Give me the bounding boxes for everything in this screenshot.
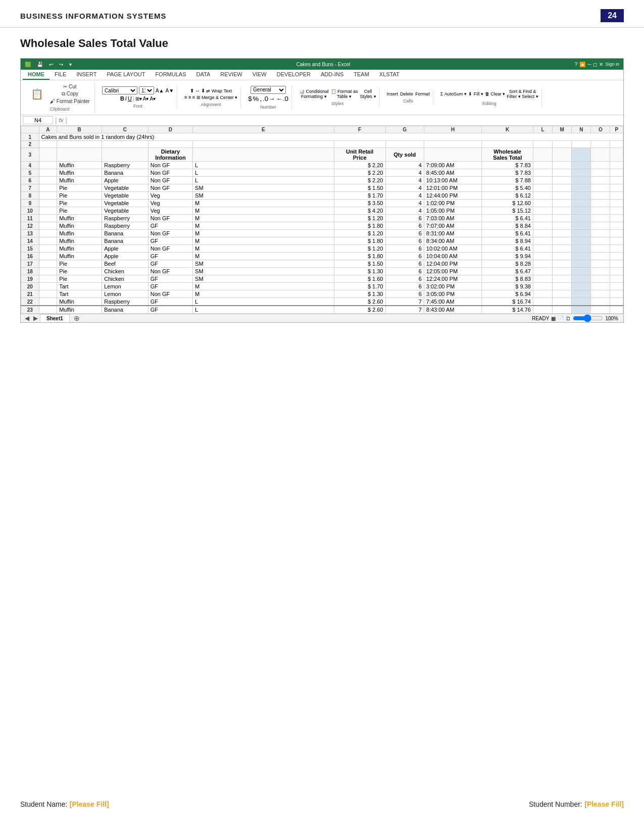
add-sheet-button[interactable]: ⊕ bbox=[71, 314, 83, 322]
col-header-p[interactable]: P bbox=[610, 126, 623, 133]
align-bottom-button[interactable]: ⬇ bbox=[201, 88, 205, 93]
col-header-k[interactable]: K bbox=[482, 126, 533, 133]
row-num-1[interactable]: 1 bbox=[21, 133, 39, 141]
cell-3d[interactable]: DietaryInformation bbox=[148, 148, 192, 162]
tab-home[interactable]: HOME bbox=[23, 70, 49, 80]
underline-button[interactable]: U bbox=[128, 95, 132, 102]
font-grow-button[interactable]: A▲ bbox=[156, 88, 164, 93]
cell-3a[interactable] bbox=[39, 148, 57, 162]
quick-access-undo[interactable]: ↩ bbox=[49, 62, 53, 67]
format-painter-button[interactable]: 🖌 Format Painter bbox=[48, 98, 91, 105]
cell-3l[interactable] bbox=[533, 148, 552, 162]
cell-2f[interactable] bbox=[334, 141, 385, 148]
border-button[interactable]: ⊞▾ bbox=[135, 96, 142, 102]
cell-3m[interactable] bbox=[553, 148, 572, 162]
font-shrink-button[interactable]: A▼ bbox=[166, 88, 174, 93]
sort-filter-button[interactable]: Sort & Find &Filter ▾ Select ▾ bbox=[507, 89, 538, 99]
row-num-2[interactable]: 2 bbox=[21, 141, 39, 148]
fill-color-button[interactable]: A▾ bbox=[143, 96, 149, 102]
cell-2n[interactable] bbox=[572, 141, 591, 148]
cell-2d[interactable] bbox=[148, 141, 192, 148]
number-format-select[interactable]: General bbox=[251, 86, 286, 94]
cell-2l[interactable] bbox=[533, 141, 552, 148]
col-header-m[interactable]: M bbox=[553, 126, 572, 133]
sheet-nav-left[interactable]: ◀ bbox=[23, 315, 31, 322]
cell-styles-button[interactable]: CellStyles ▾ bbox=[360, 89, 376, 99]
tab-developer[interactable]: DEVELOPER bbox=[272, 70, 316, 80]
tab-formulas[interactable]: FORMULAS bbox=[150, 70, 191, 80]
tab-team[interactable]: TEAM bbox=[349, 70, 374, 80]
cell-3f[interactable]: Unit RetailPrice bbox=[334, 148, 385, 162]
window-restore[interactable]: ◻ bbox=[593, 62, 597, 67]
comma-button[interactable]: , bbox=[260, 95, 262, 103]
decimal-decrease-button[interactable]: ←.0 bbox=[276, 95, 288, 103]
copy-button[interactable]: ⧉ Copy bbox=[48, 90, 91, 97]
align-top-button[interactable]: ⬆ bbox=[190, 88, 194, 93]
cell-2k[interactable] bbox=[482, 141, 533, 148]
insert-cells-button[interactable]: Insert bbox=[387, 91, 399, 96]
tab-data[interactable]: DATA bbox=[191, 70, 216, 80]
col-header-l[interactable]: L bbox=[533, 126, 552, 133]
tab-review[interactable]: REVIEW bbox=[215, 70, 247, 80]
student-name-value[interactable]: [Please Fill] bbox=[70, 800, 109, 808]
cell-3k[interactable]: WholesaleSales Total bbox=[482, 148, 533, 162]
quick-access-redo[interactable]: ↪ bbox=[59, 62, 63, 67]
cell-2h[interactable] bbox=[424, 141, 481, 148]
wrap-text-button[interactable]: ⇌ Wrap Text bbox=[206, 88, 232, 93]
format-cells-button[interactable]: Format bbox=[415, 91, 430, 96]
col-header-f[interactable]: F bbox=[334, 126, 385, 133]
col-header-c[interactable]: C bbox=[102, 126, 148, 133]
quick-access-more[interactable]: ▾ bbox=[69, 62, 72, 67]
align-center-button[interactable]: ≡ bbox=[188, 94, 191, 100]
clear-button[interactable]: 🗑 Clear ▾ bbox=[485, 91, 506, 96]
cell-3p[interactable] bbox=[610, 148, 623, 162]
cell-3o[interactable] bbox=[591, 148, 610, 162]
col-header-h[interactable]: H bbox=[424, 126, 481, 133]
col-header-n[interactable]: N bbox=[572, 126, 591, 133]
conditional-formatting-button[interactable]: 📊 ConditionalFormatting ▾ bbox=[299, 89, 329, 99]
tab-addins[interactable]: ADD-INS bbox=[316, 70, 349, 80]
italic-button[interactable]: I bbox=[125, 95, 127, 102]
cell-2o[interactable] bbox=[591, 141, 610, 148]
cut-button[interactable]: ✂ Cut bbox=[48, 83, 91, 90]
align-right-button[interactable]: ≡ bbox=[192, 94, 195, 100]
sheet-icon-page[interactable]: 📄 bbox=[558, 316, 564, 321]
col-header-o[interactable]: O bbox=[591, 126, 610, 133]
col-header-d[interactable]: D bbox=[148, 126, 192, 133]
decimal-increase-button[interactable]: .0→ bbox=[263, 95, 275, 103]
col-header-e[interactable]: E bbox=[193, 126, 334, 133]
sheet-tab-sheet1[interactable]: Sheet1 bbox=[40, 314, 70, 322]
cell-2g[interactable] bbox=[385, 141, 424, 148]
font-color-button[interactable]: A▾ bbox=[150, 96, 156, 102]
font-size-select[interactable]: 11 bbox=[139, 86, 154, 94]
cell-3e[interactable] bbox=[193, 148, 334, 162]
merge-center-button[interactable]: ⊞ Merge & Center ▾ bbox=[196, 94, 238, 100]
bold-button[interactable]: B bbox=[120, 95, 124, 102]
window-close[interactable]: ✕ bbox=[599, 62, 603, 67]
cell-3c[interactable] bbox=[102, 148, 148, 162]
align-left-button[interactable]: ≡ bbox=[184, 94, 187, 100]
ribbon-minimize[interactable]: 🔼 bbox=[579, 62, 585, 67]
fill-button[interactable]: ⬇ Fill ▾ bbox=[468, 91, 483, 96]
tab-file[interactable]: FILE bbox=[49, 70, 71, 80]
cell-title-row[interactable]: Cakes and Buns sold in 1 random day (24h… bbox=[39, 133, 623, 141]
formula-input[interactable] bbox=[69, 117, 621, 124]
autosum-button[interactable]: Σ AutoSum ▾ bbox=[440, 91, 467, 96]
sign-in[interactable]: Sign in bbox=[605, 62, 619, 67]
font-family-select[interactable]: Calibri bbox=[102, 86, 137, 94]
delete-cells-button[interactable]: Delete bbox=[400, 91, 413, 96]
cell-2a[interactable] bbox=[39, 141, 57, 148]
cell-3n[interactable] bbox=[572, 148, 591, 162]
sheet-icon-normal[interactable]: ▦ bbox=[551, 316, 556, 321]
zoom-slider[interactable] bbox=[573, 315, 603, 321]
tab-xlstat[interactable]: XLSTAT bbox=[374, 70, 405, 80]
window-minimize[interactable]: ─ bbox=[587, 62, 591, 67]
sheet-icon-preview[interactable]: 🗋 bbox=[566, 316, 571, 321]
cell-2c[interactable] bbox=[102, 141, 148, 148]
cell-3g[interactable]: Qty sold bbox=[385, 148, 424, 162]
tab-insert[interactable]: INSERT bbox=[71, 70, 102, 80]
col-header-a[interactable]: A bbox=[39, 126, 57, 133]
cell-2b[interactable] bbox=[57, 141, 102, 148]
cell-2p[interactable] bbox=[610, 141, 623, 148]
quick-access-save[interactable]: 💾 bbox=[37, 62, 43, 67]
